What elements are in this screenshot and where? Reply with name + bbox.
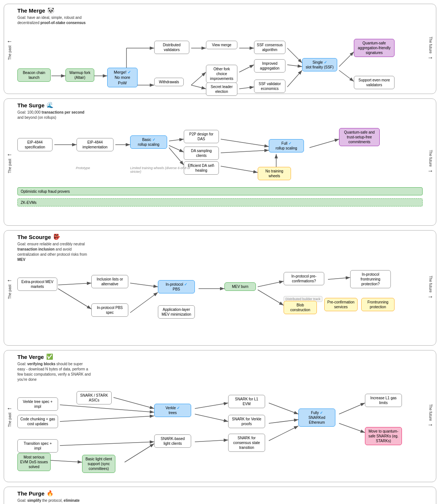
svg-line-17: [339, 70, 354, 81]
transition-spec-node: Transition spec + impl: [17, 439, 58, 453]
surge-flow: EIP-4844 specification EIP-4844 implemen…: [17, 122, 423, 222]
optimistic-bar: Optimistic rollup fraud provers: [17, 187, 423, 195]
quantum-safe-commit-node: Quantum-safe and trust-setup-free commit…: [339, 128, 380, 146]
surge-goal: Goal: 100,000 transactions per second an…: [17, 110, 91, 120]
scourge-content: The Scourge 👺 Goal: ensure reliable and …: [15, 231, 425, 345]
svg-line-12: [239, 87, 254, 89]
svg-line-36: [258, 281, 284, 287]
verkle-trees-node: Verkle ✓trees: [154, 404, 191, 417]
svg-line-34: [130, 292, 158, 313]
basic-light-client-node: Basic light client support (sync committ…: [82, 455, 115, 473]
scourge-title: The Scourge 👺: [17, 233, 423, 240]
ssf-consensus-node: SSF consensus algorithm: [254, 41, 285, 54]
svg-line-53: [339, 403, 365, 414]
secret-leader-node: Secret leader election: [206, 83, 237, 96]
scourge-right-arrow: The future →: [425, 231, 436, 345]
full-rollup-node: Full ✓rollup scaling: [269, 139, 304, 152]
svg-line-47: [195, 403, 228, 409]
verge-content: The Verge ✅ Goal: verifying blocks shoul…: [15, 350, 425, 482]
verge-title: The Verge ✅: [17, 353, 423, 360]
merge-title: The Merge 🐼: [17, 7, 423, 14]
svg-line-42: [60, 405, 154, 412]
snark-light-clients-node: SNARK-based light clients: [154, 434, 191, 448]
scourge-goal: Goal: ensure reliable and credibly neutr…: [17, 242, 91, 262]
svg-line-9: [191, 85, 206, 89]
verge-section: ← The past The Verge ✅ Goal: verifying b…: [4, 350, 436, 482]
svg-line-23: [169, 145, 184, 152]
p2p-das-node: P2P design for DAS: [184, 130, 219, 143]
snark-consensus-node: SNARK for consensus state transition: [228, 434, 265, 452]
ssf-node: Single ✓slot finality (SSF): [302, 58, 337, 71]
fully-snarked-node: Fully ✓SNARKed Ethereum: [298, 409, 335, 427]
merge-right-arrow: The future →: [425, 4, 436, 94]
increase-l1-node: Increase L1 gas limits: [365, 394, 402, 407]
warmup-fork-node: Warmup fork (Altair): [65, 68, 94, 82]
svg-line-46: [114, 397, 154, 409]
svg-line-26: [221, 150, 269, 153]
surge-section: ← The past The Surge 🌊 Goal: 100,000 tra…: [4, 98, 436, 226]
purge-content: The Purge 🔥 Goal: simplify the protocol,…: [15, 487, 425, 504]
svg-line-43: [60, 416, 154, 421]
quantum-safe-node: Quantum-safe aggregation-friendly signat…: [354, 39, 395, 57]
purge-goal: Goal: simplify the protocol, eliminate t…: [17, 498, 91, 504]
snark-verkle-proofs-node: SNARK for Verkle proofs: [228, 415, 265, 428]
extra-protocol-node: Extra-protocol MEV markets: [17, 278, 57, 291]
mev-burn-node: MEV burn: [224, 282, 256, 291]
evm-dos-node: Most serious EVM DoS issues solved: [17, 453, 51, 471]
merge-goal: Goal: have an ideal, simple, robust and …: [17, 15, 91, 26]
surge-content: The Surge 🌊 Goal: 100,000 transactions p…: [15, 99, 425, 225]
view-merge-node: View merge: [206, 41, 237, 49]
purge-right-arrow: The future →: [425, 487, 436, 504]
svg-line-45: [60, 442, 154, 446]
da-sampling-node: DA sampling clients: [184, 147, 219, 160]
svg-line-33: [130, 283, 158, 287]
snark-l1-evm-node: SNARK for L1 EVM: [228, 395, 265, 408]
ssf-validator-node: SSF validator economics: [254, 80, 285, 93]
frontrunning-protection-node: Frontrunning protection: [361, 298, 395, 311]
merge-left-arrow: ← The past: [4, 4, 15, 94]
svg-line-48: [195, 414, 228, 421]
svg-line-41: [51, 460, 82, 462]
svg-line-49: [195, 440, 228, 442]
no-training-wheels-node: No training wheels: [258, 167, 291, 180]
surge-title: The Surge 🌊: [17, 102, 423, 108]
purge-left-arrow: ← The past: [4, 487, 15, 504]
distributed-validators-node: Distributed validators: [154, 41, 189, 54]
limited-training-label: Limited training wheels (diverse 6-of-8 …: [130, 166, 197, 174]
svg-line-13: [287, 48, 302, 63]
merge-flow: Beacon chain launch Warmup fork (Altair)…: [17, 28, 423, 91]
svg-line-22: [169, 139, 184, 141]
svg-line-14: [287, 65, 302, 67]
zk-evms-bar: ZK-EVMs: [17, 198, 423, 206]
svg-line-31: [58, 283, 91, 285]
svg-line-15: [287, 70, 302, 87]
svg-line-54: [339, 423, 365, 433]
app-mev-node: Application-layer MEV minimization: [158, 305, 195, 319]
svg-line-24: [169, 148, 184, 165]
svg-line-52: [269, 426, 298, 441]
in-protocol-preconf-node: In-protocol pre-confirmations?: [284, 272, 324, 285]
svg-line-51: [269, 420, 298, 423]
purge-section: ← The past The Purge 🔥 Goal: simplify th…: [4, 487, 436, 504]
surge-left-arrow: ← The past: [4, 99, 15, 225]
blob-construction-node: Blob construction: [284, 301, 317, 314]
merge-section: ← The past The Merge 🐼 Goal: have an ide…: [4, 4, 436, 94]
basic-rollup-node: Basic ✓rollup scaling: [130, 135, 167, 149]
snark-stark-asics-node: SNARK / STARK ASICs: [77, 391, 112, 404]
merge-node: Merge! ✓No more PoW: [107, 68, 138, 87]
verge-right-arrow: The future →: [425, 350, 436, 482]
purge-title: The Purge 🔥: [17, 490, 423, 497]
svg-line-37: [258, 290, 284, 305]
prototype-label: Prototype: [76, 166, 90, 170]
svg-line-16: [339, 52, 354, 67]
eip4844-spec-node: EIP-4844 specification: [17, 138, 53, 151]
verkle-tree-spec-node: Verkle tree spec + impl: [17, 397, 58, 411]
in-protocol-frontrunning-node: In-protocol frontrunning protection?: [350, 270, 391, 288]
in-protocol-pbs-spec-node: In-protocol PBS spec: [91, 303, 128, 317]
in-protocol-pbs-node: In-protocol ✓PBS: [158, 280, 195, 293]
withdrawals-node: Withdrawals: [154, 78, 184, 86]
move-quantum-safe-node: Move to quantum-safe SNARKs (eg. STARKs): [365, 427, 402, 445]
inclusion-lists-node: Inclusion lists or alternative: [91, 275, 128, 288]
improved-aggregation-node: Improved aggregation: [254, 59, 285, 73]
svg-line-27: [221, 166, 258, 172]
